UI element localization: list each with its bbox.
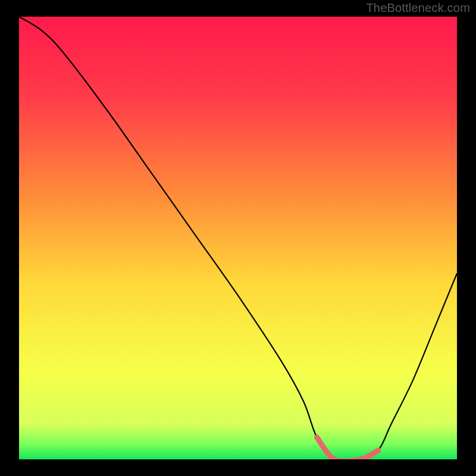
chart-frame: TheBottleneck.com [0, 0, 476, 476]
plot-area [19, 17, 457, 459]
attribution-label: TheBottleneck.com [366, 1, 470, 15]
chart-svg [19, 17, 457, 459]
gradient-background [19, 17, 457, 459]
